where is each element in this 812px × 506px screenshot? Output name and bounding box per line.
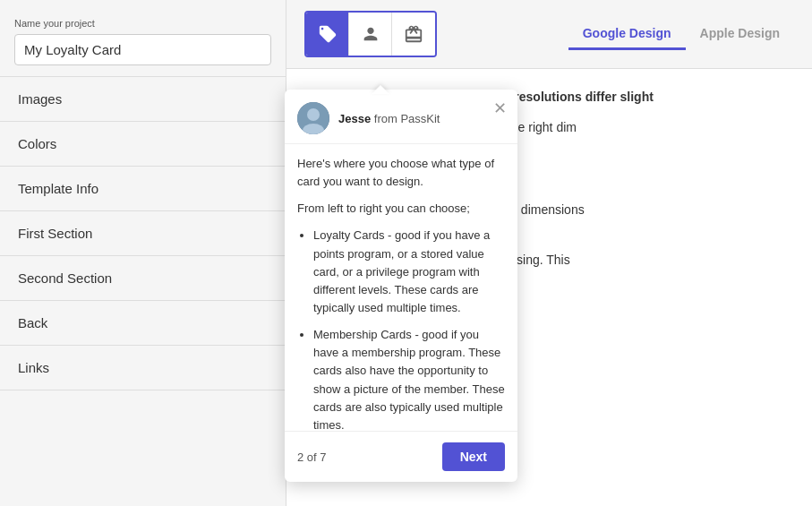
- sidebar-item-first-section[interactable]: First Section: [0, 211, 286, 256]
- project-section: Name your project: [0, 0, 286, 76]
- sidebar-item-second-section[interactable]: Second Section: [0, 256, 286, 301]
- loyalty-card-button[interactable]: [306, 13, 349, 56]
- card-type-bar: Google Design Apple Design: [286, 0, 812, 69]
- sidebar-item-template-info[interactable]: Template Info: [0, 167, 286, 211]
- tab-google-design[interactable]: Google Design: [568, 19, 686, 50]
- tab-apple-design[interactable]: Apple Design: [686, 19, 794, 50]
- sidebar-item-colors[interactable]: Colors: [0, 122, 286, 167]
- gift-icon: [404, 24, 423, 44]
- popup-list: Loyalty Cards - good if you have a point…: [297, 227, 505, 431]
- list-item: Loyalty Cards - good if you have a point…: [313, 227, 505, 317]
- next-button[interactable]: Next: [442, 442, 505, 471]
- membership-card-button[interactable]: [349, 13, 392, 56]
- card-type-icons: [304, 11, 437, 57]
- popup-footer: 2 of 7 Next: [285, 431, 517, 482]
- popup-close-button[interactable]: ✕: [493, 100, 507, 116]
- project-label: Name your project: [14, 18, 271, 29]
- avatar: [297, 102, 329, 134]
- sidebar-nav: Images Colors Template Info First Sectio…: [0, 76, 286, 390]
- sidebar-item-links[interactable]: Links: [0, 346, 286, 390]
- project-name-input[interactable]: [14, 34, 271, 65]
- page-indicator: 2 of 7: [297, 450, 327, 464]
- list-item: Membership Cards - good if you have a me…: [313, 326, 505, 431]
- popup-from-label: Jesse from PassKit: [338, 112, 440, 125]
- gift-card-button[interactable]: [392, 13, 435, 56]
- loyalty-icon: [318, 24, 338, 44]
- sidebar-item-images[interactable]: Images: [0, 77, 286, 122]
- popup-intro: Here's where you choose what type of car…: [297, 155, 505, 191]
- design-tabs: Google Design Apple Design: [568, 19, 794, 50]
- membership-icon: [361, 24, 380, 44]
- sidebar: Name your project Images Colors Template…: [0, 0, 286, 506]
- popup-body: Here's where you choose what type of car…: [285, 144, 517, 431]
- sidebar-item-back[interactable]: Back: [0, 301, 286, 346]
- popup-from-to: From left to right you can choose;: [297, 200, 505, 218]
- popup-modal: Jesse from PassKit ✕ Here's where you ch…: [285, 90, 517, 482]
- avatar-image: [297, 102, 329, 134]
- svg-point-1: [307, 108, 320, 121]
- popup-header: Jesse from PassKit ✕: [285, 90, 517, 144]
- tooltip-arrow: [372, 85, 389, 94]
